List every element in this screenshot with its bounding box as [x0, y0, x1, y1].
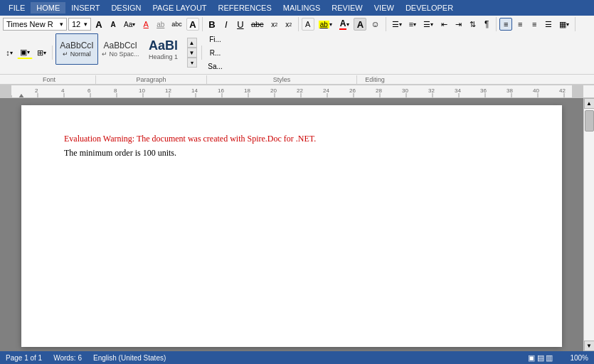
svg-marker-43	[18, 94, 24, 98]
document-page[interactable]: Evaluation Warning: The document was cre…	[21, 105, 562, 347]
separator4	[496, 17, 497, 31]
align-right-button[interactable]: ≡	[528, 18, 541, 31]
menu-item-review[interactable]: REVIEW	[326, 2, 368, 14]
ruler-content: 2 4 6 8 10 12 14 16 18 20 22	[11, 85, 572, 97]
print-layout-button[interactable]: ▣	[528, 353, 535, 363]
separator5	[575, 17, 576, 31]
replace-button[interactable]: R...	[205, 46, 226, 59]
scroll-up-button[interactable]: ▲	[584, 98, 595, 109]
menu-item-page-layout[interactable]: PAGE LAYOUT	[147, 2, 213, 14]
styles-group-label: Styles	[207, 76, 356, 83]
sort-button[interactable]: ⇅	[466, 18, 479, 31]
superscript-button[interactable]: x2	[282, 18, 295, 31]
font-shrink-button[interactable]: A	[107, 18, 120, 31]
text-effects-button[interactable]: A	[302, 18, 314, 31]
menu-item-mailings[interactable]: MAILINGS	[277, 2, 327, 14]
svg-text:18: 18	[244, 87, 250, 94]
styles-scroll-down[interactable]: ▼	[187, 48, 197, 58]
show-marks-button[interactable]: ¶	[480, 18, 493, 31]
increase-indent-button[interactable]: ⇥	[452, 18, 465, 31]
editing-group-label: Editing	[357, 76, 393, 83]
separator7	[201, 46, 202, 60]
full-reading-button[interactable]: ▤	[537, 353, 544, 363]
menu-item-view[interactable]: VIEW	[368, 2, 400, 14]
page-count: Page 1 of 1	[6, 354, 42, 362]
normal-style[interactable]: AaBbCcI ↵ Normal	[55, 33, 98, 65]
svg-text:4: 4	[61, 87, 65, 94]
svg-text:8: 8	[114, 87, 117, 94]
main-content: Evaluation Warning: The document was cre…	[0, 98, 583, 351]
svg-text:14: 14	[191, 87, 198, 94]
menu-item-references[interactable]: REFERENCES	[213, 2, 277, 14]
abc-highlight-button[interactable]: abc	[169, 18, 185, 31]
vertical-scrollbar[interactable]: ▲ ▼	[583, 98, 594, 351]
find-button[interactable]: Fi...	[205, 33, 226, 46]
scroll-down-button[interactable]: ▼	[584, 341, 595, 351]
svg-text:40: 40	[533, 87, 539, 94]
styles-scroll-buttons: ▲ ▼ ▾	[186, 38, 198, 68]
document-area[interactable]: Evaluation Warning: The document was cre…	[0, 98, 583, 351]
separator6	[52, 46, 53, 60]
font-color-a-button[interactable]: A▾	[336, 18, 353, 31]
underline-button[interactable]: U	[234, 18, 247, 31]
no-spacing-style[interactable]: AaBbCcI ↵ No Spac...	[100, 33, 142, 65]
font-size-selector[interactable]: 12 ▾	[68, 18, 91, 31]
subscript-button[interactable]: x2	[268, 18, 281, 31]
big-a-button[interactable]: A	[354, 18, 366, 31]
numbered-list-button[interactable]: ≡▾	[406, 18, 419, 31]
column-button[interactable]: ▦▾	[556, 18, 572, 31]
strikethrough-button[interactable]: abc	[248, 18, 267, 31]
zoom-level: 100%	[570, 354, 588, 362]
svg-text:16: 16	[218, 87, 224, 94]
border-button[interactable]: ⊞▾	[34, 46, 49, 59]
svg-text:42: 42	[559, 87, 566, 94]
editing-group: Fi... R... Sa...	[205, 33, 226, 73]
clear-formatting-button[interactable]: A	[139, 18, 152, 31]
styles-expand[interactable]: ▾	[187, 58, 197, 68]
select-button[interactable]: Sa...	[205, 60, 226, 73]
bold-button[interactable]: B	[206, 18, 218, 31]
svg-text:20: 20	[270, 87, 277, 94]
align-center-button[interactable]: ≡	[514, 18, 526, 31]
menu-item-developer[interactable]: DEVELOPER	[400, 2, 459, 14]
svg-text:2: 2	[35, 87, 38, 94]
shading-button[interactable]: ▣▾	[17, 46, 33, 59]
decrease-indent-button[interactable]: ⇤	[437, 18, 450, 31]
align-left-button[interactable]: ≡	[499, 18, 512, 31]
font-grow-button[interactable]: A	[92, 18, 105, 31]
change-case-button[interactable]: Aa▾	[121, 18, 138, 31]
font-group-label: Font	[3, 76, 95, 83]
highlight-button[interactable]: ab	[154, 18, 167, 31]
menu-item-insert[interactable]: INSERT	[65, 2, 105, 14]
evaluation-warning: Evaluation Warning: The document was cre…	[64, 134, 519, 144]
svg-text:28: 28	[376, 87, 382, 94]
menu-item-design[interactable]: DESIGN	[105, 2, 147, 14]
font-color-button[interactable]: A	[186, 18, 199, 31]
highlight-color-button[interactable]: ab▾	[316, 18, 335, 31]
menu-bar: FILE HOME INSERT DESIGN PAGE LAYOUT REFE…	[0, 0, 594, 16]
styles-scroll-up[interactable]: ▲	[187, 38, 197, 48]
heading1-style[interactable]: AaBl Heading 1	[143, 33, 184, 65]
multilevel-list-button[interactable]: ☰▾	[420, 18, 436, 31]
bullets-button[interactable]: ☰▾	[389, 18, 405, 31]
word-count: Words: 6	[53, 354, 82, 362]
document-content[interactable]: The minimum order is 100 units.	[64, 147, 519, 159]
separator3	[386, 17, 386, 31]
font-name-selector[interactable]: Times New R ▾	[3, 18, 67, 31]
menu-item-file[interactable]: FILE	[3, 2, 31, 14]
ruler-right-margin	[572, 85, 583, 97]
svg-text:26: 26	[349, 87, 356, 94]
justify-button[interactable]: ☰	[542, 18, 555, 31]
svg-text:34: 34	[455, 87, 461, 94]
web-layout-button[interactable]: ▥	[546, 353, 553, 363]
menu-item-home[interactable]: HOME	[31, 2, 65, 14]
ruler-scrollbar-space	[583, 85, 594, 97]
ruler-svg: 2 4 6 8 10 12 14 16 18 20 22	[11, 85, 572, 98]
emoji-button[interactable]: ☺	[368, 18, 382, 31]
ruler-left-margin	[0, 85, 11, 97]
italic-button[interactable]: I	[220, 18, 233, 31]
svg-text:36: 36	[480, 87, 487, 94]
line-spacing-button[interactable]: ↕▾	[3, 46, 16, 59]
svg-text:30: 30	[402, 87, 408, 94]
scroll-thumb[interactable]	[585, 110, 594, 132]
